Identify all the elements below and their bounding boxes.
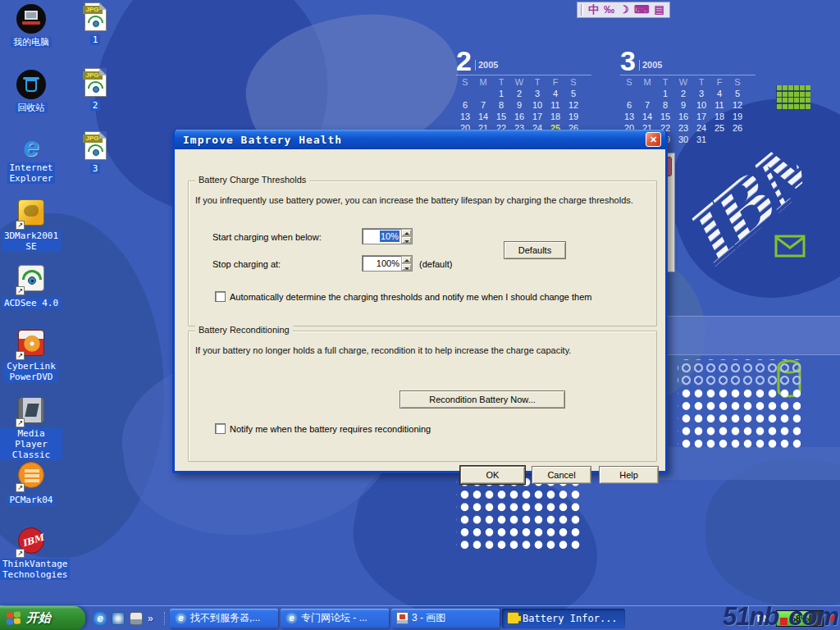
ime-language-bar[interactable]: 中 ‰ ☽ ⌨ ▤ <box>577 2 670 18</box>
desktop-icon-label: 回收站 <box>16 103 48 113</box>
desktop-icon-label: Internet Explorer <box>7 162 56 184</box>
recycle-bin-icon <box>16 70 46 99</box>
calendar-month-title: 3 2005 <box>620 45 756 73</box>
auto-thresholds-checkbox-label[interactable]: Automatically determine the charging thr… <box>230 292 591 302</box>
battery-charge-thresholds-group: Battery Charge Thresholds If you infrequ… <box>188 180 657 326</box>
task-button-battery-information[interactable]: Battery Infor... <box>502 609 625 628</box>
calendar-day <box>456 89 474 100</box>
spin-down-button[interactable] <box>401 263 412 271</box>
start-button[interactable]: 开始 <box>0 606 85 630</box>
calendar-day: 7 <box>474 100 492 112</box>
calendar-day: 2 <box>510 89 528 100</box>
battery-reconditioning-group: Battery Reconditioning If your battery n… <box>188 331 657 462</box>
spin-up-button[interactable] <box>401 229 412 236</box>
ime-drag-handle[interactable] <box>581 4 583 16</box>
paint-task-icon <box>396 612 409 624</box>
notify-reconditioning-checkbox[interactable] <box>215 423 226 434</box>
wallpaper-grid-icon <box>776 85 810 110</box>
calendar-day: 9 <box>510 100 528 112</box>
calendar-day: 9 <box>674 100 692 112</box>
desktop-icon-label: CyberLink PowerDVD <box>4 361 58 382</box>
ime-keyboard-icon[interactable]: ⌨ <box>634 2 650 17</box>
notify-reconditioning-checkbox-label[interactable]: Notify me when the battery requires reco… <box>230 424 431 434</box>
taskbar: 开始 e » e 找不到服务器,... e 专门网论坛 - ... 3 - 画图… <box>0 605 840 630</box>
stop-charging-value[interactable]: 100% <box>363 256 401 271</box>
group-title: Battery Charge Thresholds <box>195 175 309 185</box>
calendar-day: 12 <box>564 100 582 112</box>
desktop-icon-powerdvd[interactable]: ↗ CyberLink PowerDVD <box>0 330 62 383</box>
start-charging-value[interactable]: 10% <box>363 229 401 244</box>
calendar-day <box>710 135 728 146</box>
calendar-day: 19 <box>728 112 746 123</box>
calendar-day: 19 <box>564 112 582 123</box>
ie-task-icon: e <box>175 612 187 624</box>
group-description: If you infrequently use battery power, y… <box>195 195 633 205</box>
calendar-day: 10 <box>528 100 546 112</box>
desktop-icon-pcmark04[interactable]: ↗ PCMark04 <box>0 462 62 506</box>
ime-punctuation-icon[interactable]: ☽ <box>619 2 629 17</box>
calendar-day: 6 <box>620 100 638 112</box>
ime-width-mode-icon[interactable]: ‰ <box>604 2 614 17</box>
calendar-day <box>728 135 746 146</box>
default-note: (default) <box>419 259 452 269</box>
calendar-day: 13 <box>620 112 638 123</box>
calendar-day: 17 <box>528 112 546 123</box>
ime-chinese-mode-icon[interactable]: 中 <box>588 2 599 17</box>
calendar-weekday: T <box>692 77 710 89</box>
dialog-client-area: Battery Charge Thresholds If you infrequ… <box>175 149 665 473</box>
ime-menu-icon[interactable]: ▤ <box>654 2 664 17</box>
internet-explorer-icon: e <box>16 131 46 161</box>
cancel-button[interactable]: Cancel <box>532 466 591 484</box>
show-desktop-icon[interactable] <box>130 612 143 625</box>
recondition-battery-button[interactable]: Recondition Battery Now... <box>399 390 565 409</box>
desktop-icon-thinkvantage[interactable]: IBM ↗ ThinkVantage Technologies <box>0 527 62 581</box>
desktop-icon-my-computer[interactable]: 我的电脑 <box>0 4 62 48</box>
desktop-icon-recycle-bin[interactable]: 回收站 <box>0 70 62 114</box>
desktop-icon-jpg-1[interactable]: JPG 1 <box>64 2 126 46</box>
group-description: If your battery no longer holds a full c… <box>195 345 571 355</box>
desktop-icon-media-player-classic[interactable]: ↗ Media Player Classic <box>0 397 62 461</box>
desktop-icon-jpg-3[interactable]: JPG 3 <box>64 131 126 175</box>
close-button[interactable]: ✕ <box>646 132 661 147</box>
calendar-weekday: T <box>528 77 546 89</box>
calendar-month-title: 2 2005 <box>456 45 591 73</box>
auto-thresholds-checkbox[interactable] <box>215 291 226 302</box>
quicklaunch-ie-icon[interactable]: e <box>94 612 107 625</box>
task-button-server-not-found[interactable]: e 找不到服务器,... <box>170 609 278 628</box>
desktop-icon-label: 1 <box>90 34 101 45</box>
task-button-label: Battery Infor... <box>523 613 618 624</box>
calendar-weekday: W <box>674 77 692 89</box>
calendar-year: 2005 <box>639 60 662 71</box>
calendar-weekday: S <box>456 77 474 89</box>
help-button[interactable]: Help <box>599 466 659 484</box>
dialog-titlebar[interactable]: Improve Battery Health ✕ <box>175 130 665 149</box>
wallpaper-dot-grid <box>678 385 801 450</box>
calendar-weekday: M <box>638 77 656 89</box>
desktop-icon-3dmark2001[interactable]: ↗ 3DMark2001 SE <box>0 199 62 253</box>
battery-task-icon <box>507 612 519 624</box>
spin-up-button[interactable] <box>401 256 412 263</box>
quicklaunch-overflow-chevron[interactable]: » <box>148 613 158 624</box>
stop-charging-spinner[interactable]: 100% <box>362 255 413 272</box>
task-button-paint[interactable]: 3 - 画图 <box>391 609 500 628</box>
calendar-day: 16 <box>510 112 528 123</box>
start-charging-spinner[interactable]: 10% <box>362 228 413 244</box>
calendar-day: 11 <box>710 100 728 112</box>
envelope-icon <box>774 235 806 261</box>
desktop-icon-acdsee[interactable]: ↗ ACDSee 4.0 <box>0 265 62 309</box>
shortcut-arrow-icon: ↗ <box>16 418 25 427</box>
calendar-day: 24 <box>692 123 710 135</box>
desktop-icon-label: Media Player Classic <box>0 428 62 460</box>
spin-down-button[interactable] <box>401 236 412 244</box>
background-shape <box>705 459 840 607</box>
defaults-button[interactable]: Defaults <box>504 241 566 259</box>
task-button-forum[interactable]: e 专门网论坛 - ... <box>281 609 389 628</box>
desktop-icon-internet-explorer[interactable]: e Internet Explorer <box>0 131 62 185</box>
quicklaunch-app-icon[interactable] <box>112 612 125 625</box>
calendar-weekday: F <box>546 77 564 89</box>
desktop-icon-jpg-2[interactable]: JPG 2 <box>64 68 126 112</box>
calendar-day: 15 <box>492 112 510 123</box>
ok-button[interactable]: OK <box>460 466 525 484</box>
shortcut-arrow-icon: ↗ <box>16 286 25 295</box>
stop-charging-label: Stop charging at: <box>212 259 281 269</box>
